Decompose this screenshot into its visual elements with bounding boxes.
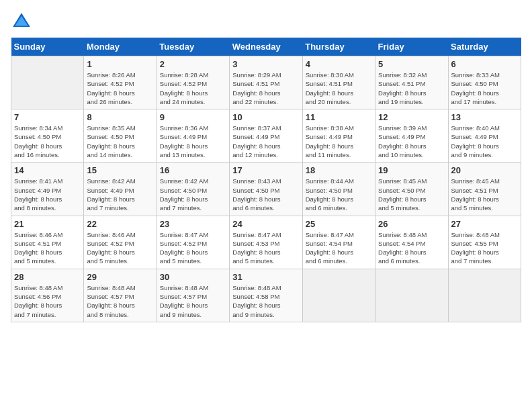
calendar-cell [448, 269, 521, 322]
calendar-table: SundayMondayTuesdayWednesdayThursdayFrid… [11, 38, 521, 322]
day-number: 10 [232, 112, 299, 122]
day-info: Sunrise: 8:48 AM Sunset: 4:57 PM Dayligh… [160, 283, 226, 319]
calendar-cell: 26Sunrise: 8:48 AM Sunset: 4:54 PM Dayli… [375, 216, 448, 269]
calendar-cell: 11Sunrise: 8:38 AM Sunset: 4:49 PM Dayli… [302, 109, 375, 163]
page-header [11, 11, 521, 32]
day-number: 30 [160, 272, 226, 282]
week-row-5: 28Sunrise: 8:48 AM Sunset: 4:56 PM Dayli… [11, 269, 521, 322]
day-info: Sunrise: 8:40 AM Sunset: 4:49 PM Dayligh… [451, 124, 518, 159]
day-number: 19 [378, 165, 445, 175]
calendar-cell: 8Sunrise: 8:35 AM Sunset: 4:50 PM Daylig… [84, 109, 157, 163]
calendar-cell: 30Sunrise: 8:48 AM Sunset: 4:57 PM Dayli… [157, 269, 229, 322]
calendar-cell: 16Sunrise: 8:42 AM Sunset: 4:50 PM Dayli… [157, 163, 229, 216]
calendar-cell: 23Sunrise: 8:47 AM Sunset: 4:52 PM Dayli… [157, 216, 229, 269]
day-info: Sunrise: 8:30 AM Sunset: 4:51 PM Dayligh… [306, 71, 372, 106]
day-info: Sunrise: 8:46 AM Sunset: 4:52 PM Dayligh… [87, 230, 153, 266]
day-number: 23 [160, 219, 226, 229]
day-info: Sunrise: 8:32 AM Sunset: 4:51 PM Dayligh… [378, 71, 445, 106]
day-number: 17 [232, 165, 299, 175]
day-number: 21 [14, 219, 81, 229]
weekday-header-thursday: Thursday [302, 38, 375, 56]
weekday-header-monday: Monday [84, 38, 157, 56]
day-number: 24 [232, 219, 299, 229]
day-info: Sunrise: 8:42 AM Sunset: 4:49 PM Dayligh… [87, 177, 153, 212]
day-info: Sunrise: 8:47 AM Sunset: 4:53 PM Dayligh… [232, 230, 299, 266]
day-info: Sunrise: 8:47 AM Sunset: 4:54 PM Dayligh… [306, 230, 372, 266]
calendar-cell: 24Sunrise: 8:47 AM Sunset: 4:53 PM Dayli… [230, 216, 302, 269]
day-info: Sunrise: 8:37 AM Sunset: 4:49 PM Dayligh… [232, 124, 299, 159]
day-number: 14 [14, 165, 81, 175]
day-info: Sunrise: 8:36 AM Sunset: 4:49 PM Dayligh… [160, 124, 226, 159]
calendar-cell: 28Sunrise: 8:48 AM Sunset: 4:56 PM Dayli… [11, 269, 84, 322]
day-info: Sunrise: 8:48 AM Sunset: 4:56 PM Dayligh… [14, 283, 81, 319]
day-number: 7 [14, 112, 81, 122]
calendar-cell: 27Sunrise: 8:48 AM Sunset: 4:55 PM Dayli… [448, 216, 521, 269]
day-number: 1 [87, 59, 153, 69]
calendar-cell: 13Sunrise: 8:40 AM Sunset: 4:49 PM Dayli… [448, 109, 521, 163]
week-row-3: 14Sunrise: 8:41 AM Sunset: 4:49 PM Dayli… [11, 163, 521, 216]
weekday-header-wednesday: Wednesday [230, 38, 302, 56]
calendar-cell: 4Sunrise: 8:30 AM Sunset: 4:51 PM Daylig… [302, 56, 375, 109]
day-info: Sunrise: 8:28 AM Sunset: 4:52 PM Dayligh… [160, 71, 226, 106]
day-number: 4 [306, 59, 372, 69]
calendar-cell [302, 269, 375, 322]
day-number: 29 [87, 272, 153, 282]
calendar-cell: 31Sunrise: 8:48 AM Sunset: 4:58 PM Dayli… [230, 269, 302, 322]
calendar-cell: 14Sunrise: 8:41 AM Sunset: 4:49 PM Dayli… [11, 163, 84, 216]
calendar-cell: 5Sunrise: 8:32 AM Sunset: 4:51 PM Daylig… [375, 56, 448, 109]
calendar-cell: 2Sunrise: 8:28 AM Sunset: 4:52 PM Daylig… [157, 56, 229, 109]
day-info: Sunrise: 8:29 AM Sunset: 4:51 PM Dayligh… [232, 71, 299, 106]
day-number: 9 [160, 112, 226, 122]
day-info: Sunrise: 8:41 AM Sunset: 4:49 PM Dayligh… [14, 177, 81, 212]
day-info: Sunrise: 8:38 AM Sunset: 4:49 PM Dayligh… [306, 124, 372, 159]
day-number: 6 [451, 59, 518, 69]
day-info: Sunrise: 8:45 AM Sunset: 4:51 PM Dayligh… [451, 177, 518, 212]
day-info: Sunrise: 8:33 AM Sunset: 4:50 PM Dayligh… [451, 71, 518, 106]
day-number: 15 [87, 165, 153, 175]
day-number: 22 [87, 219, 153, 229]
calendar-cell: 22Sunrise: 8:46 AM Sunset: 4:52 PM Dayli… [84, 216, 157, 269]
week-row-2: 7Sunrise: 8:34 AM Sunset: 4:50 PM Daylig… [11, 109, 521, 163]
day-number: 8 [87, 112, 153, 122]
calendar-cell [375, 269, 448, 322]
weekday-header-row: SundayMondayTuesdayWednesdayThursdayFrid… [11, 38, 521, 56]
calendar-cell: 17Sunrise: 8:43 AM Sunset: 4:50 PM Dayli… [230, 163, 302, 216]
calendar-cell: 9Sunrise: 8:36 AM Sunset: 4:49 PM Daylig… [157, 109, 229, 163]
day-number: 16 [160, 165, 226, 175]
calendar-cell: 10Sunrise: 8:37 AM Sunset: 4:49 PM Dayli… [230, 109, 302, 163]
calendar-cell: 21Sunrise: 8:46 AM Sunset: 4:51 PM Dayli… [11, 216, 84, 269]
day-number: 13 [451, 112, 518, 122]
calendar-cell: 12Sunrise: 8:39 AM Sunset: 4:49 PM Dayli… [375, 109, 448, 163]
weekday-header-friday: Friday [375, 38, 448, 56]
day-number: 20 [451, 165, 518, 175]
weekday-header-saturday: Saturday [448, 38, 521, 56]
calendar-cell: 29Sunrise: 8:48 AM Sunset: 4:57 PM Dayli… [84, 269, 157, 322]
day-number: 28 [14, 272, 81, 282]
day-number: 18 [306, 165, 372, 175]
calendar-cell: 18Sunrise: 8:44 AM Sunset: 4:50 PM Dayli… [302, 163, 375, 216]
day-info: Sunrise: 8:46 AM Sunset: 4:51 PM Dayligh… [14, 230, 81, 266]
week-row-4: 21Sunrise: 8:46 AM Sunset: 4:51 PM Dayli… [11, 216, 521, 269]
day-info: Sunrise: 8:48 AM Sunset: 4:58 PM Dayligh… [232, 283, 299, 319]
weekday-header-sunday: Sunday [11, 38, 84, 56]
week-row-1: 1Sunrise: 8:26 AM Sunset: 4:52 PM Daylig… [11, 56, 521, 109]
day-info: Sunrise: 8:34 AM Sunset: 4:50 PM Dayligh… [14, 124, 81, 159]
day-info: Sunrise: 8:26 AM Sunset: 4:52 PM Dayligh… [87, 71, 153, 106]
day-info: Sunrise: 8:47 AM Sunset: 4:52 PM Dayligh… [160, 230, 226, 266]
calendar-cell: 25Sunrise: 8:47 AM Sunset: 4:54 PM Dayli… [302, 216, 375, 269]
day-info: Sunrise: 8:43 AM Sunset: 4:50 PM Dayligh… [232, 177, 299, 212]
calendar-cell: 1Sunrise: 8:26 AM Sunset: 4:52 PM Daylig… [84, 56, 157, 109]
calendar-cell: 15Sunrise: 8:42 AM Sunset: 4:49 PM Dayli… [84, 163, 157, 216]
day-info: Sunrise: 8:35 AM Sunset: 4:50 PM Dayligh… [87, 124, 153, 159]
calendar-cell: 7Sunrise: 8:34 AM Sunset: 4:50 PM Daylig… [11, 109, 84, 163]
day-number: 11 [306, 112, 372, 122]
day-number: 26 [378, 219, 445, 229]
weekday-header-tuesday: Tuesday [157, 38, 229, 56]
calendar-cell: 20Sunrise: 8:45 AM Sunset: 4:51 PM Dayli… [448, 163, 521, 216]
calendar-cell [11, 56, 84, 109]
day-info: Sunrise: 8:39 AM Sunset: 4:49 PM Dayligh… [378, 124, 445, 159]
logo [11, 11, 35, 32]
day-number: 3 [232, 59, 299, 69]
day-info: Sunrise: 8:42 AM Sunset: 4:50 PM Dayligh… [160, 177, 226, 212]
day-info: Sunrise: 8:48 AM Sunset: 4:57 PM Dayligh… [87, 283, 153, 319]
